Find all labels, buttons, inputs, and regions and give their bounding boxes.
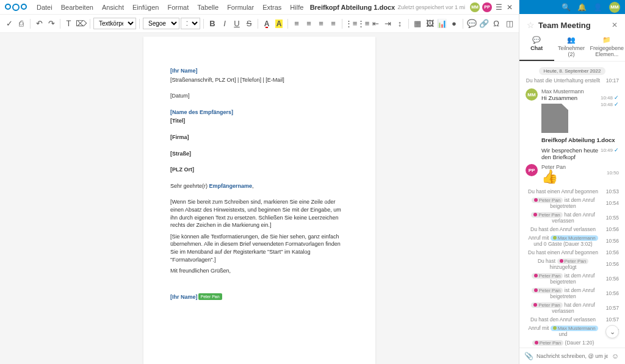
doc-para2[interactable]: [Sie können alle Textformatierungen, die… [170,233,349,263]
strike-icon[interactable]: S [244,18,255,29]
print-icon[interactable]: ⎙ [16,18,27,29]
user-pill[interactable]: Peter Pan [532,273,563,279]
highlight-icon[interactable]: A [273,18,284,29]
system-event: Peter Pan hat den Anruf verlassen10:57 [526,301,619,315]
insert-chart-icon[interactable]: 📊 [436,18,447,29]
attach-icon[interactable]: 📎 [524,352,533,360]
document-page[interactable]: [Ihr Name] [Straßenanschrift, PLZ Ort] |… [143,37,375,364]
align-center-icon[interactable]: ≡ [303,18,314,29]
doc-recipient[interactable]: [Name des Empfängers] [170,109,349,116]
list-icon[interactable]: ☰ [494,3,503,12]
system-event: Du hast einen Anruf begonnen10:56 [526,248,619,257]
insert-comment-icon[interactable]: 💬 [466,18,477,29]
font-color-icon[interactable]: A [261,18,272,29]
doc-strasse[interactable]: [Straße] [170,150,349,158]
notifications-icon[interactable]: 🔔 [577,3,586,12]
doc-closing[interactable]: Mit freundlichen Grüßen, [170,267,349,275]
bullet-list-icon[interactable]: ⋮≡ [345,18,356,29]
save-icon[interactable]: ✓ [4,18,15,29]
menu-insert[interactable]: Einfügen [129,2,162,12]
menu-form[interactable]: Formular [223,2,258,12]
doc-firma[interactable]: [Firma] [170,134,349,141]
menu-table[interactable]: Tabelle [193,2,222,12]
user-pill[interactable]: Peter Pan [531,302,563,308]
file-name[interactable]: Breifkopf Abteilung 1.docx [541,137,619,143]
redo-icon[interactable]: ↷ [46,18,57,29]
doc-address[interactable]: [Straßenanschrift, PLZ Ort] | [Telefon] … [170,76,349,84]
font-size-select[interactable]: 11 [181,18,200,29]
doc-date[interactable]: [Datum] [170,92,349,100]
insert-symbol-icon[interactable]: Ω [491,18,502,29]
undo-icon[interactable]: ↶ [34,18,45,29]
doc-salutation[interactable]: Sehr geehrte(r) Empfängername, [170,182,349,190]
tab-shared[interactable]: 📁Freigegebene Elemen... [588,34,625,61]
align-left-icon[interactable]: ≡ [291,18,302,29]
menu-tools[interactable]: Extras [259,2,285,12]
user-pill[interactable]: Peter Pan [557,259,589,264]
read-check-icon: ✓ [614,147,619,153]
user-pill[interactable]: Peter Pan [532,340,564,346]
menu-help[interactable]: Hilfe [286,2,307,12]
system-event: Du hast Peter Pan hinzugefügt10:56 [526,257,619,271]
underline-icon[interactable]: U [231,18,242,29]
clear-format-icon[interactable]: ⌦ [76,18,87,29]
doc-para1[interactable]: [Wenn Sie bereit zum Schreiben sind, mar… [170,198,349,229]
user-pill[interactable]: Peter Pan [531,212,563,218]
user-avatar-mm[interactable]: MM [470,2,480,12]
doc-signature-line[interactable]: [Ihr Name]Peter Pan [170,293,349,301]
system-event: Peter Pan ist dem Anruf beigetreten10:56 [526,286,619,301]
tab-participants[interactable]: 👥Teilnehmer (2) [554,34,589,61]
system-event: Peter Pan (Dauer 1:20) [526,338,619,347]
user-pill[interactable]: Peter Pan [532,288,563,293]
menu-format[interactable]: Format [164,2,192,12]
format-paint-icon[interactable]: Ꭲ [63,18,74,29]
chat-header: ☆ Team Meeting ✕ [519,14,625,34]
user-pill[interactable]: Max Mustermann [551,326,598,331]
chat-messages[interactable]: Heute, 8. September 2022 Du hast die Unt… [519,62,625,348]
app-topbar: 🔍 🔔 👤 MM [519,0,625,14]
collaborator-cursor: Peter Pan [198,293,222,301]
align-justify-icon[interactable]: ≡ [328,18,339,29]
msg-author: Max Mustermann [541,88,619,95]
insert-link-icon[interactable]: 🔗 [479,18,490,29]
italic-icon[interactable]: I [219,18,230,29]
doc-recipient-title[interactable]: [Titel] [170,117,349,125]
bold-icon[interactable]: B [207,18,218,29]
menu-file[interactable]: Datei [33,2,56,12]
file-attachment-icon[interactable] [541,104,568,133]
outdent-icon[interactable]: ⇤ [370,18,381,29]
system-event: Peter Pan ist dem Anruf beigetreten10:56 [526,271,619,286]
close-doc-icon[interactable]: ✕ [505,3,514,12]
sidebar-toggle-icon[interactable]: ◫ [504,18,515,29]
chat-sidebar: 🔍 🔔 👤 MM ☆ Team Meeting ✕ 💬Chat 👥Teilneh… [519,0,625,364]
contacts-icon[interactable]: 👤 [593,3,602,12]
scroll-down-button[interactable]: ⌄ [605,325,619,338]
close-sidebar-icon[interactable]: ✕ [612,21,618,29]
tab-chat[interactable]: 💬Chat [519,34,554,61]
system-event: Du hast einen Anruf begonnen10:53 [526,187,619,196]
search-icon[interactable]: 🔍 [562,3,570,12]
insert-table-icon[interactable]: ▦ [412,18,423,29]
font-family-select[interactable]: Segoe UI [143,18,179,29]
user-pill[interactable]: Max Mustermann [551,235,598,241]
align-right-icon[interactable]: ≡ [316,18,327,29]
reaction-thumbs-up-icon: 👍 [541,170,607,184]
paragraph-style-select[interactable]: Textkörper [93,18,136,29]
doc-plz[interactable]: [PLZ Ort] [170,166,349,174]
doc-your-name[interactable]: [Ihr Name] [170,67,349,75]
document-canvas[interactable]: [Ihr Name] [Straßenanschrift, PLZ Ort] |… [0,33,519,364]
user-pill[interactable]: Peter Pan [532,198,563,203]
indent-icon[interactable]: ⇥ [382,18,393,29]
favorite-star-icon[interactable]: ☆ [527,20,535,30]
menu-view[interactable]: Ansicht [98,2,128,12]
insert-shape-icon[interactable]: ● [449,18,460,29]
user-avatar-pp[interactable]: PP [482,2,492,12]
document-title: Breifkopf Abteilung 1.docx [308,4,396,11]
emoji-icon[interactable]: ☺ [612,352,620,360]
line-spacing-icon[interactable]: ↕ [394,18,405,29]
current-user-avatar[interactable]: MM [609,2,620,13]
number-list-icon[interactable]: ⋮≡ [358,18,369,29]
menu-edit[interactable]: Bearbeiten [57,2,97,12]
chat-input[interactable] [536,353,608,359]
insert-image-icon[interactable]: 🖼 [424,18,435,29]
